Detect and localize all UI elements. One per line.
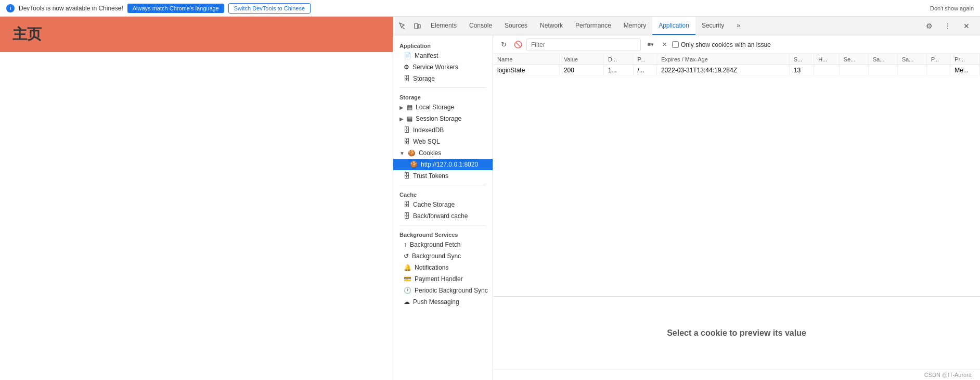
sidebar-item-manifest[interactable]: 📄 Manifest	[393, 50, 493, 61]
tab-security[interactable]: Security	[695, 17, 730, 35]
dont-show-link[interactable]: Don't show again	[930, 5, 974, 11]
sidebar-item-push-messaging[interactable]: ☁ Push Messaging	[393, 296, 493, 308]
sidebar-item-label: Service Workers	[412, 64, 458, 71]
devtools-icons: ⚙ ⋮ ✕	[918, 19, 978, 33]
local-storage-icon: ▦	[407, 104, 412, 111]
sidebar-item-label: Trust Tokens	[413, 172, 448, 180]
svg-line-0	[403, 28, 405, 29]
switch-devtools-button[interactable]: Switch DevTools to Chinese	[228, 3, 311, 14]
col-header-value[interactable]: Value	[559, 54, 603, 65]
periodic-sync-icon: 🕐	[404, 287, 411, 294]
match-language-button[interactable]: Always match Chrome's language	[127, 4, 224, 13]
col-header-se[interactable]: Se...	[839, 54, 868, 65]
divider-2	[399, 185, 486, 185]
tab-memory[interactable]: Memory	[617, 17, 652, 35]
sidebar-item-session-storage[interactable]: ▶ ▦ Session Storage	[393, 113, 493, 124]
devtools-toolbar: ↻ 🚫 ≡▾ ✕ Only show cookies with an issue	[493, 35, 980, 54]
sidebar-item-storage[interactable]: 🗄 Storage	[393, 73, 493, 84]
inspect-icon[interactable]	[395, 19, 410, 33]
table-cell-5: 13	[789, 65, 814, 76]
cookie-url-icon: 🍪	[410, 161, 418, 168]
sidebar-item-label: Background Sync	[412, 252, 461, 260]
main-layout: 主页 Elements Console Sources Network	[0, 17, 980, 380]
svg-rect-2	[418, 24, 420, 28]
devtools-tabs: Elements Console Sources Network Perform…	[393, 17, 980, 35]
close-devtools-icon[interactable]: ✕	[959, 19, 974, 33]
col-header-path[interactable]: P...	[633, 54, 656, 65]
clear-cookies-icon[interactable]: 🚫	[512, 39, 524, 51]
only-issue-label[interactable]: Only show cookies with an issue	[672, 41, 771, 48]
manifest-icon: 📄	[404, 52, 411, 59]
sidebar-item-label: Background Fetch	[410, 241, 460, 248]
filter-options-icon[interactable]: ≡▾	[645, 39, 656, 50]
sidebar-item-notifications[interactable]: 🔔 Notifications	[393, 262, 493, 273]
col-header-sa2[interactable]: Sa...	[897, 54, 926, 65]
cookie-table: Name Value D... P... Expires / Max-Age S…	[493, 54, 980, 296]
sidebar-item-cookie-url[interactable]: 🍪 http://127.0.0.1:8020	[393, 159, 493, 170]
expand-arrow-icon: ▶	[399, 116, 404, 122]
toolbar-options: ≡▾ ✕	[645, 39, 670, 50]
sidebar-item-back-forward-cache[interactable]: 🗄 Back/forward cache	[393, 210, 493, 222]
table-cell-6	[814, 65, 839, 76]
filter-input[interactable]	[526, 39, 641, 51]
sidebar-item-label: Payment Handler	[415, 275, 463, 283]
notification-bar: i DevTools is now available in Chinese! …	[0, 0, 980, 17]
sidebar-item-label: Back/forward cache	[413, 212, 468, 220]
col-header-size[interactable]: S...	[789, 54, 814, 65]
table-cell-8	[868, 65, 897, 76]
tab-more[interactable]: »	[730, 17, 746, 35]
sidebar-item-label: Notifications	[415, 264, 448, 271]
background-fetch-icon: ↕	[404, 241, 407, 248]
sidebar-item-label: Web SQL	[413, 138, 440, 145]
sidebar-item-label: Push Messaging	[413, 298, 459, 306]
sidebar-section-application: Application	[393, 40, 493, 50]
col-header-p[interactable]: P...	[926, 54, 950, 65]
sidebar-item-service-workers[interactable]: ⚙ Service Workers	[393, 61, 493, 73]
clear-filter-icon[interactable]: ✕	[659, 39, 670, 50]
more-options-icon[interactable]: ⋮	[940, 19, 955, 33]
only-issue-checkbox[interactable]	[672, 41, 679, 48]
sidebar-item-label: Cookies	[419, 149, 441, 157]
refresh-icon[interactable]: ↻	[497, 39, 510, 51]
payment-handler-icon: 💳	[404, 275, 411, 283]
sidebar-item-label: Session Storage	[416, 115, 461, 122]
sidebar-item-local-storage[interactable]: ▶ ▦ Local Storage	[393, 102, 493, 113]
sidebar-item-background-fetch[interactable]: ↕ Background Fetch	[393, 239, 493, 250]
service-workers-icon: ⚙	[404, 64, 409, 71]
tab-network[interactable]: Network	[534, 17, 569, 35]
sidebar-item-trust-tokens[interactable]: 🗄 Trust Tokens	[393, 170, 493, 182]
sidebar-item-background-sync[interactable]: ↺ Background Sync	[393, 250, 493, 262]
expand-arrow-icon: ▼	[399, 150, 405, 156]
device-icon[interactable]	[410, 19, 424, 33]
table-cell-7	[839, 65, 868, 76]
sidebar-item-cookies[interactable]: ▼ 🍪 Cookies	[393, 147, 493, 159]
col-header-domain[interactable]: D...	[603, 54, 633, 65]
col-header-name[interactable]: Name	[493, 54, 559, 65]
tab-sources[interactable]: Sources	[498, 17, 534, 35]
tab-console[interactable]: Console	[463, 17, 498, 35]
push-messaging-icon: ☁	[404, 298, 410, 306]
sidebar-item-indexeddb[interactable]: 🗄 IndexedDB	[393, 124, 493, 136]
sidebar-item-websql[interactable]: 🗄 Web SQL	[393, 136, 493, 147]
sidebar-item-periodic-bg-sync[interactable]: 🕐 Periodic Background Sync	[393, 285, 493, 296]
table-cell-0: loginState	[493, 65, 559, 76]
settings-icon[interactable]: ⚙	[922, 19, 936, 33]
table-row[interactable]: loginState2001.../...2022-03-31T13:44:19…	[493, 65, 980, 76]
tab-performance[interactable]: Performance	[569, 17, 617, 35]
webpage-title: 主页	[12, 24, 42, 44]
col-header-pr[interactable]: Pr...	[950, 54, 980, 65]
cookie-table-body: loginState2001.../...2022-03-31T13:44:19…	[493, 65, 980, 76]
col-header-sa[interactable]: Sa...	[868, 54, 897, 65]
tab-elements[interactable]: Elements	[424, 17, 463, 35]
divider-3	[399, 225, 486, 225]
col-header-expires[interactable]: Expires / Max-Age	[656, 54, 789, 65]
table-cell-4: 2022-03-31T13:44:19.284Z	[656, 65, 789, 76]
sidebar-item-payment-handler[interactable]: 💳 Payment Handler	[393, 273, 493, 285]
col-header-h[interactable]: H...	[814, 54, 839, 65]
sidebar-item-cache-storage[interactable]: 🗄 Cache Storage	[393, 199, 493, 210]
tab-application[interactable]: Application	[652, 17, 695, 35]
devtools-main: ↻ 🚫 ≡▾ ✕ Only show cookies with an issue	[493, 35, 980, 380]
table-header-row: Name Value D... P... Expires / Max-Age S…	[493, 54, 980, 65]
preview-text: Select a cookie to preview its value	[667, 328, 806, 338]
cookies-icon: 🍪	[408, 149, 416, 157]
